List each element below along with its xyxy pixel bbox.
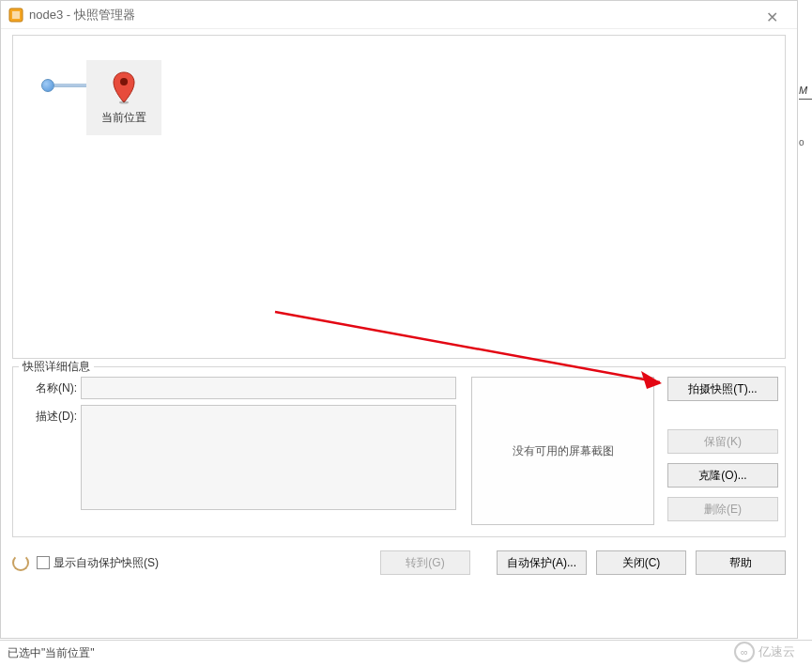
- thumbnail-placeholder-text: 没有可用的屏幕截图: [513, 443, 614, 459]
- autoprotect-button[interactable]: 自动保护(A)...: [497, 550, 587, 575]
- svg-point-2: [120, 78, 128, 85]
- current-position-node[interactable]: 当前位置: [86, 60, 161, 135]
- keep-button[interactable]: 保留(K): [667, 429, 778, 454]
- close-button[interactable]: 关闭(C): [596, 550, 686, 575]
- watermark: ∞ 亿速云: [734, 642, 795, 662]
- checkbox-label: 显示自动保护快照(S): [54, 555, 159, 571]
- name-label: 名称(N):: [24, 377, 81, 396]
- status-bar: 已选中"当前位置" ∞ 亿速云: [0, 640, 812, 666]
- snapshot-tree[interactable]: 当前位置: [12, 35, 786, 359]
- current-node-label: 当前位置: [101, 110, 146, 126]
- name-field[interactable]: [81, 377, 456, 399]
- snapshot-details-group: 快照详细信息 名称(N): 描述(D): 没有可用的屏幕截图: [12, 366, 786, 537]
- show-autoprotect-checkbox[interactable]: 显示自动保护快照(S): [37, 555, 373, 571]
- description-label: 描述(D):: [24, 405, 81, 425]
- close-icon[interactable]: ✕: [758, 7, 786, 28]
- help-button[interactable]: 帮助: [696, 550, 786, 575]
- status-text: 已选中"当前位置": [8, 645, 95, 661]
- titlebar: node3 - 快照管理器 ✕: [1, 1, 797, 29]
- svg-rect-1: [12, 11, 20, 19]
- description-field[interactable]: [81, 405, 456, 510]
- svg-marker-5: [641, 371, 662, 389]
- bottom-toolbar: 显示自动保护快照(S) 转到(G) 自动保护(A)... 关闭(C) 帮助: [12, 550, 786, 575]
- watermark-text: 亿速云: [758, 643, 795, 660]
- refresh-icon[interactable]: [12, 554, 29, 571]
- goto-button[interactable]: 转到(G): [380, 550, 470, 575]
- screenshot-thumbnail: 没有可用的屏幕截图: [471, 377, 654, 525]
- checkbox-icon: [37, 556, 50, 569]
- watermark-icon: ∞: [734, 642, 755, 662]
- take-snapshot-button[interactable]: 拍摄快照(T)...: [667, 377, 778, 401]
- details-form: 名称(N): 描述(D):: [24, 377, 456, 525]
- svg-point-3: [119, 101, 129, 103]
- sliver-text: M: [799, 85, 812, 100]
- action-buttons: 拍摄快照(T)... 保留(K) 克隆(O)... 删除(E): [667, 377, 778, 525]
- app-icon: [8, 8, 23, 23]
- background-window-sliver: M o: [799, 85, 812, 169]
- clone-button[interactable]: 克隆(O)...: [667, 463, 778, 488]
- window-title: node3 - 快照管理器: [29, 7, 135, 23]
- delete-button[interactable]: 删除(E): [667, 497, 778, 521]
- snapshot-manager-window: node3 - 快照管理器 ✕ 当前位置 快照详细信息 名称(N):: [0, 0, 798, 639]
- map-pin-icon: [111, 70, 137, 104]
- timeline-start-icon: [41, 79, 54, 92]
- details-legend: 快照详细信息: [19, 359, 94, 375]
